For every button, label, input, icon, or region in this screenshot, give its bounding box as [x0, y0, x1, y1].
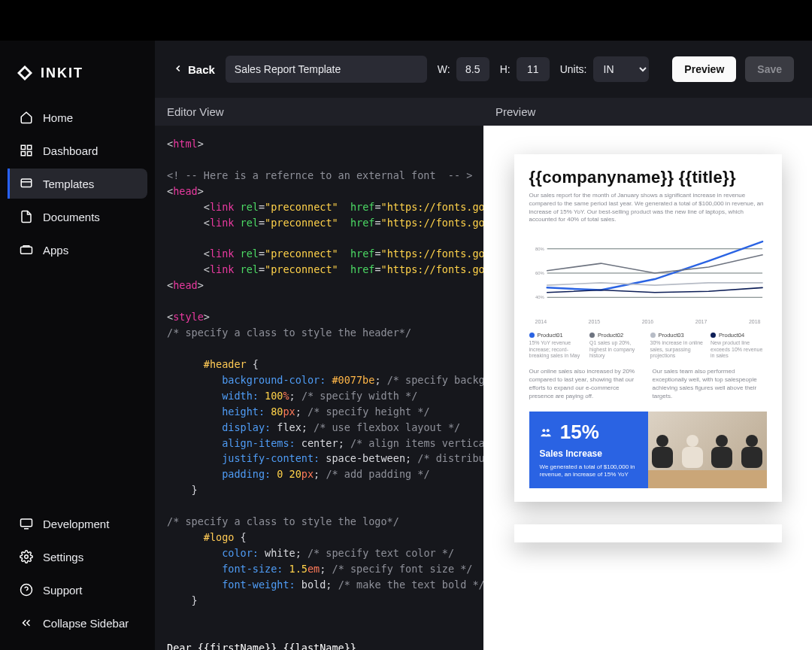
svg-rect-8 [21, 247, 32, 254]
dashboard-icon [19, 143, 34, 158]
preview-document-next-page [514, 524, 782, 542]
chevron-left-icon [173, 63, 183, 76]
x-tick: 2017 [695, 319, 707, 324]
sidebar-item-home[interactable]: Home [8, 102, 147, 132]
sidebar-item-label: Home [43, 111, 73, 124]
sidebar-item-label: Dashboard [43, 144, 98, 157]
preview-pane-title: Preview [483, 98, 812, 126]
highlight-row: 15% Sales Increase We generated a total … [529, 412, 767, 489]
brand-name: INKIT [41, 65, 83, 81]
legend-item: Product03 30% increase in online sales, … [650, 332, 707, 359]
x-tick: 2015 [589, 319, 601, 324]
svg-point-11 [25, 555, 29, 559]
doc-summary: Our sales report for the month of Januar… [529, 192, 767, 224]
sidebar-item-settings[interactable]: Settings [8, 542, 147, 572]
sidebar-item-label: Apps [43, 244, 68, 257]
documents-icon [19, 209, 34, 224]
templates-icon [19, 176, 34, 191]
sidebar-item-support[interactable]: Support [8, 575, 147, 605]
highlight-text: We generated a total of $100,000 in reve… [540, 463, 639, 480]
sidebar-item-label: Settings [43, 551, 83, 563]
save-button[interactable]: Save [745, 56, 794, 82]
sidebar-item-documents[interactable]: Documents [8, 202, 147, 232]
primary-nav: Home Dashboard Templates Documents [8, 102, 147, 265]
home-icon [19, 110, 34, 125]
x-tick: 2014 [535, 319, 547, 324]
sales-chart: 40%60%80% [529, 232, 767, 314]
sidebar-item-templates[interactable]: Templates [8, 169, 147, 199]
sidebar-item-label: Templates [43, 178, 94, 190]
brand-mark-icon [15, 63, 35, 83]
svg-point-20 [542, 429, 545, 432]
preview-document: {{companyname}} {{title}} Our sales repo… [514, 154, 782, 502]
svg-rect-4 [21, 152, 25, 156]
doc-col-left: Our online sales also increased by 20% c… [529, 368, 644, 400]
svg-text:80%: 80% [535, 247, 544, 251]
svg-rect-5 [28, 152, 32, 156]
collapse-icon [19, 615, 34, 630]
sidebar-item-label: Development [43, 518, 109, 530]
editor-pane-title: Editor View [155, 98, 483, 126]
legend-item: Product04 New product line exceeds 10% r… [710, 332, 767, 359]
svg-rect-2 [21, 145, 25, 149]
legend-label: Product03 [659, 332, 684, 339]
units-control: Units: IN [560, 56, 649, 82]
legend-dot-icon [650, 333, 656, 338]
units-label: Units: [560, 63, 587, 75]
sidebar-item-label: Collapse Sidebar [43, 617, 129, 630]
topbar: Back W: H: Units: IN Preview Save [155, 41, 812, 98]
preview-pane: {{companyname}} {{title}} Our sales repo… [483, 126, 812, 650]
preview-button[interactable]: Preview [672, 56, 736, 82]
legend-dot-icon [529, 333, 535, 338]
legend-desc: 30% increase in online sales, surpassing… [650, 340, 707, 359]
legend-desc: 15% YoY revenue increase; record-breakin… [529, 340, 586, 359]
sidebar-item-label: Documents [43, 211, 100, 223]
legend-dot-icon [589, 333, 595, 338]
main: Back W: H: Units: IN Preview Save [155, 41, 812, 650]
svg-text:40%: 40% [535, 295, 544, 299]
height-control: H: [500, 57, 550, 81]
help-icon [19, 582, 34, 597]
highlight-title: Sales Increase [540, 448, 639, 459]
template-name-input[interactable] [226, 56, 427, 83]
units-select[interactable]: IN [593, 56, 649, 82]
width-control: W: [438, 57, 489, 81]
chart-x-ticks: 20142015201620172018 [529, 319, 767, 324]
height-input[interactable] [517, 57, 550, 81]
doc-col-right: Our sales team also performed exceptiona… [653, 368, 767, 400]
sidebar-item-apps[interactable]: Apps [8, 235, 147, 265]
chart-legend: Product01 15% YoY revenue increase; reco… [529, 332, 767, 359]
doc-title: {{companyname}} {{title}} [529, 168, 767, 187]
x-tick: 2018 [749, 319, 761, 324]
legend-item: Product02 Q1 sales up 20%, highest in co… [589, 332, 646, 359]
highlight-card: 15% Sales Increase We generated a total … [529, 412, 648, 489]
highlight-percent: 15% [560, 421, 599, 444]
back-button[interactable]: Back [173, 63, 215, 76]
sidebar: INKIT Home Dashboard Templates [0, 41, 155, 650]
width-label: W: [438, 63, 450, 75]
width-input[interactable] [456, 57, 489, 81]
back-label: Back [188, 63, 215, 76]
height-label: H: [500, 63, 511, 75]
highlight-image [648, 412, 767, 489]
legend-label: Product04 [719, 332, 744, 339]
svg-point-21 [546, 429, 549, 432]
svg-rect-6 [21, 179, 32, 187]
legend-desc: New product line exceeds 10% revenue in … [710, 340, 767, 359]
sidebar-item-dashboard[interactable]: Dashboard [8, 135, 147, 166]
code-editor[interactable]: <html> <! -- Here is a refernce to an ex… [155, 126, 483, 650]
legend-desc: Q1 sales up 20%, highest in company hist… [589, 340, 646, 359]
legend-label: Product02 [598, 332, 623, 339]
monitor-icon [19, 516, 34, 531]
legend-label: Product01 [538, 332, 563, 339]
svg-rect-3 [28, 145, 32, 149]
split-view: <html> <! -- Here is a refernce to an ex… [155, 126, 812, 650]
legend-item: Product01 15% YoY revenue increase; reco… [529, 332, 586, 359]
people-icon [540, 430, 554, 441]
apps-icon [19, 242, 34, 257]
svg-text:60%: 60% [535, 271, 544, 275]
secondary-nav: Development Settings Support Collapse Si… [8, 509, 147, 638]
legend-dot-icon [710, 333, 716, 338]
sidebar-item-collapse[interactable]: Collapse Sidebar [8, 608, 147, 638]
sidebar-item-development[interactable]: Development [8, 509, 147, 539]
